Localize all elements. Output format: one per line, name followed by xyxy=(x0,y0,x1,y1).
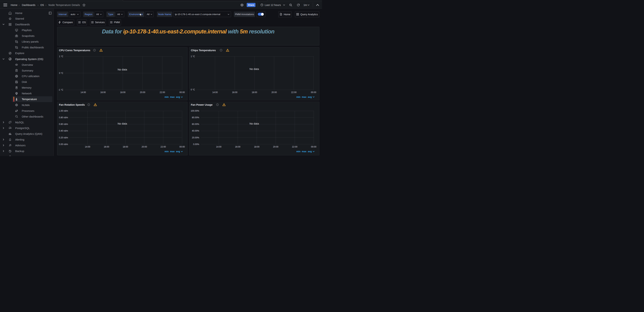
svg-text:18:00: 18:00 xyxy=(122,146,128,148)
svg-text:-1 °C: -1 °C xyxy=(58,88,63,91)
svg-text:1 °C: 1 °C xyxy=(190,55,195,58)
svg-text:22:00: 22:00 xyxy=(160,146,166,148)
svg-text:0.80 rd/m: 0.80 rd/m xyxy=(59,116,68,119)
svg-text:16:00: 16:00 xyxy=(232,91,237,94)
svg-text:16:00: 16:00 xyxy=(104,146,109,148)
svg-text:20:00: 20:00 xyxy=(273,146,278,148)
svg-text:0.00 rd/m: 0.00 rd/m xyxy=(59,143,68,146)
svg-text:0 °C: 0 °C xyxy=(59,72,63,74)
svg-text:16:00: 16:00 xyxy=(100,91,106,94)
svg-text:00:00: 00:00 xyxy=(180,91,185,94)
svg-text:No data: No data xyxy=(249,68,259,70)
svg-text:18:00: 18:00 xyxy=(254,146,259,148)
svg-text:18:00: 18:00 xyxy=(252,91,257,94)
svg-text:No data: No data xyxy=(249,122,259,125)
svg-text:1.00 rd/m: 1.00 rd/m xyxy=(59,110,68,112)
svg-text:14:00: 14:00 xyxy=(80,91,86,94)
svg-text:No data: No data xyxy=(118,122,127,125)
svg-text:min max avg: min max avg xyxy=(296,150,312,153)
svg-text:min max avg: min max avg xyxy=(164,150,180,153)
svg-text:00:00: 00:00 xyxy=(311,146,316,148)
svg-text:20:00: 20:00 xyxy=(142,146,147,148)
svg-text:No data: No data xyxy=(118,68,127,71)
svg-text:00:00: 00:00 xyxy=(180,146,185,148)
svg-text:14:00: 14:00 xyxy=(212,91,218,94)
svg-text:40.00%: 40.00% xyxy=(192,130,199,132)
svg-text:00:00: 00:00 xyxy=(311,91,316,94)
svg-text:14:00: 14:00 xyxy=(216,146,221,148)
svg-text:0.40 rd/m: 0.40 rd/m xyxy=(59,130,68,132)
svg-text:18:00: 18:00 xyxy=(120,91,126,94)
svg-text:min max avg: min max avg xyxy=(296,96,312,98)
svg-text:100.00%: 100.00% xyxy=(190,110,199,112)
svg-text:0 °C: 0 °C xyxy=(190,88,195,91)
svg-text:80.00%: 80.00% xyxy=(192,116,199,119)
svg-text:1 °C: 1 °C xyxy=(59,55,63,58)
svg-text:22:00: 22:00 xyxy=(291,91,296,94)
svg-text:16:00: 16:00 xyxy=(235,146,240,148)
svg-text:22:00: 22:00 xyxy=(160,91,165,94)
svg-text:14:00: 14:00 xyxy=(85,146,90,148)
svg-text:20.00%: 20.00% xyxy=(192,136,199,139)
svg-text:20:00: 20:00 xyxy=(140,91,145,94)
svg-text:0.20 rd/m: 0.20 rd/m xyxy=(59,136,68,139)
svg-text:20:00: 20:00 xyxy=(271,91,277,94)
svg-text:min max avg: min max avg xyxy=(164,96,180,98)
svg-text:0.60 rd/m: 0.60 rd/m xyxy=(59,123,68,126)
svg-text:60.00%: 60.00% xyxy=(192,123,199,126)
svg-text:22:00: 22:00 xyxy=(292,146,297,148)
svg-text:0.00%: 0.00% xyxy=(193,143,199,146)
